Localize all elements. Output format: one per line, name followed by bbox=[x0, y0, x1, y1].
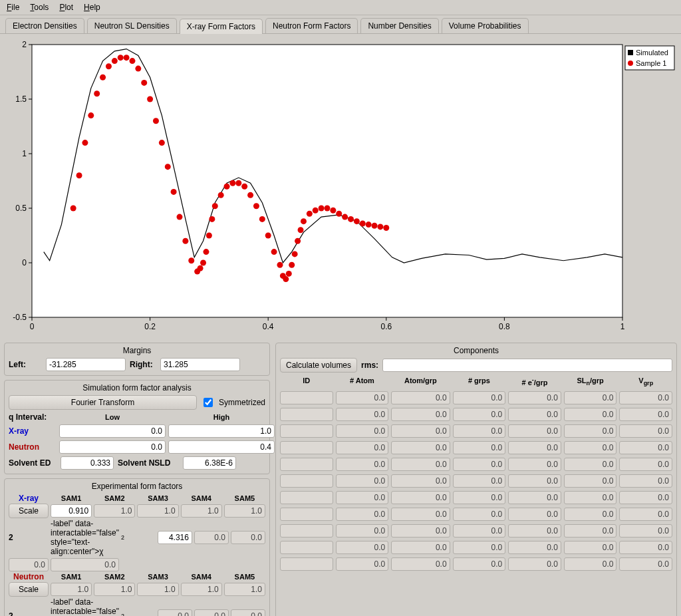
exp-cell bbox=[137, 583, 178, 596]
comp-cell bbox=[391, 424, 450, 438]
neutron-high-input[interactable] bbox=[168, 440, 275, 454]
comp-cell bbox=[453, 508, 506, 521]
xray-high-input[interactable] bbox=[168, 424, 275, 438]
svg-point-68 bbox=[292, 251, 298, 257]
comp-cell bbox=[391, 441, 450, 454]
svg-text:0.2: 0.2 bbox=[144, 322, 156, 331]
fourier-transform-button[interactable]: Fourier Transform bbox=[9, 395, 197, 410]
comp-cell bbox=[391, 524, 450, 538]
exp-χ<span class=: 2 bbox=[9, 533, 49, 542]
svg-point-62 bbox=[271, 249, 277, 255]
exp-cell[interactable] bbox=[51, 504, 92, 518]
comp-cell bbox=[336, 424, 389, 438]
svg-text:Sample 1: Sample 1 bbox=[636, 59, 666, 67]
svg-point-25 bbox=[70, 206, 76, 212]
svg-text:0.6: 0.6 bbox=[380, 322, 392, 331]
margins-right-input[interactable] bbox=[160, 358, 240, 371]
tab-neutron-sl-densities[interactable]: Neutron SL Densities bbox=[87, 18, 177, 33]
comp-cell bbox=[564, 557, 617, 571]
svg-point-40 bbox=[159, 140, 165, 146]
comp-cell bbox=[564, 408, 617, 421]
comp-cell bbox=[508, 391, 561, 404]
exp-col-header: SAM2 bbox=[94, 494, 135, 502]
exp-col-header: SAM1 bbox=[51, 494, 92, 502]
svg-point-56 bbox=[235, 180, 241, 186]
svg-text:0.5: 0.5 bbox=[15, 204, 27, 213]
exp-title: Experimental form factors bbox=[9, 482, 265, 491]
calculate-volumes-button[interactable]: Calculate volumes bbox=[280, 358, 357, 373]
exp-col-header: SAM2 bbox=[94, 573, 135, 581]
svg-point-41 bbox=[165, 164, 171, 170]
comp-cell bbox=[280, 508, 333, 521]
exp-cell bbox=[9, 558, 49, 571]
svg-point-37 bbox=[141, 80, 147, 86]
svg-point-60 bbox=[259, 216, 265, 222]
svg-point-29 bbox=[94, 90, 100, 96]
svg-point-89 bbox=[628, 61, 633, 66]
menu-tools[interactable]: Tools bbox=[30, 3, 49, 12]
experimental-panel: Experimental form factors X-raySAM1SAM2S… bbox=[4, 478, 270, 616]
plot-area: 00.20.40.60.81-0.500.511.52SimulatedSamp… bbox=[0, 34, 681, 339]
tab-number-densities[interactable]: Number Densities bbox=[360, 18, 438, 33]
symmetrized-checkbox[interactable] bbox=[204, 398, 213, 407]
scale-button[interactable]: Scale bbox=[9, 582, 49, 597]
comp-cell bbox=[453, 491, 506, 504]
comp-header: # grps bbox=[453, 375, 506, 388]
exp-cell bbox=[94, 583, 135, 596]
svg-point-78 bbox=[342, 214, 348, 220]
solvent-ed-label: Solvent ED bbox=[9, 458, 57, 468]
comp-cell bbox=[619, 524, 672, 538]
margins-left-input[interactable] bbox=[46, 358, 126, 371]
solvent-nsld-label: Solvent NSLD bbox=[118, 458, 179, 468]
q-interval-label: q Interval: bbox=[9, 412, 57, 422]
exp-cell bbox=[158, 609, 192, 616]
high-header: High bbox=[168, 413, 275, 421]
solvent-nsld-input[interactable] bbox=[183, 456, 236, 470]
exp-col-header: SAM1 bbox=[51, 573, 92, 581]
svg-point-50 bbox=[206, 233, 212, 239]
neutron-low-input[interactable] bbox=[59, 440, 166, 454]
comp-cell bbox=[508, 491, 561, 504]
svg-point-71 bbox=[301, 218, 307, 224]
svg-rect-87 bbox=[628, 50, 633, 55]
svg-point-69 bbox=[295, 238, 301, 244]
exp-cell bbox=[224, 504, 265, 518]
exp-cell[interactable] bbox=[158, 531, 192, 544]
comp-cell bbox=[564, 474, 617, 488]
comp-cell bbox=[564, 491, 617, 504]
solvent-ed-input[interactable] bbox=[61, 456, 114, 470]
xray-low-input[interactable] bbox=[59, 424, 166, 438]
tab-neutron-form-factors[interactable]: Neutron Form Factors bbox=[265, 18, 358, 33]
scale-button[interactable]: Scale bbox=[9, 504, 49, 518]
exp-col-header: SAM4 bbox=[181, 494, 222, 502]
svg-point-39 bbox=[153, 118, 159, 124]
rms-input[interactable] bbox=[382, 359, 672, 372]
comp-header: Atom/grp bbox=[391, 375, 450, 388]
exp-cell bbox=[194, 609, 229, 616]
svg-text:2: 2 bbox=[22, 40, 27, 49]
menu-help[interactable]: Help bbox=[84, 3, 100, 12]
tab-electron-densities[interactable]: Electron Densities bbox=[5, 18, 84, 33]
exp-cell bbox=[231, 531, 265, 544]
menu-file[interactable]: File bbox=[7, 3, 19, 12]
exp-cell bbox=[181, 504, 222, 518]
tab-xray-form-factors[interactable]: X-ray Form Factors bbox=[180, 19, 263, 34]
exp-cell bbox=[181, 583, 222, 596]
tab-volume-probabilities[interactable]: Volume Probabilities bbox=[442, 18, 529, 33]
menu-plot[interactable]: Plot bbox=[59, 3, 73, 12]
exp-cell bbox=[137, 504, 178, 518]
svg-text:0: 0 bbox=[30, 322, 35, 331]
comp-cell bbox=[280, 557, 333, 571]
comp-cell bbox=[391, 391, 450, 404]
comp-cell bbox=[336, 541, 389, 554]
comp-cell bbox=[391, 491, 450, 504]
comp-cell bbox=[280, 474, 333, 488]
svg-point-48 bbox=[200, 260, 206, 266]
chart-svg[interactable]: 00.20.40.60.81-0.500.511.52SimulatedSamp… bbox=[5, 38, 676, 337]
svg-text:1.5: 1.5 bbox=[15, 94, 27, 104]
tab-bar: Electron Densities Neutron SL Densities … bbox=[0, 15, 681, 34]
exp-col-header: SAM3 bbox=[137, 494, 178, 502]
comp-cell bbox=[280, 424, 333, 438]
svg-point-81 bbox=[360, 220, 366, 226]
svg-point-57 bbox=[241, 184, 247, 190]
